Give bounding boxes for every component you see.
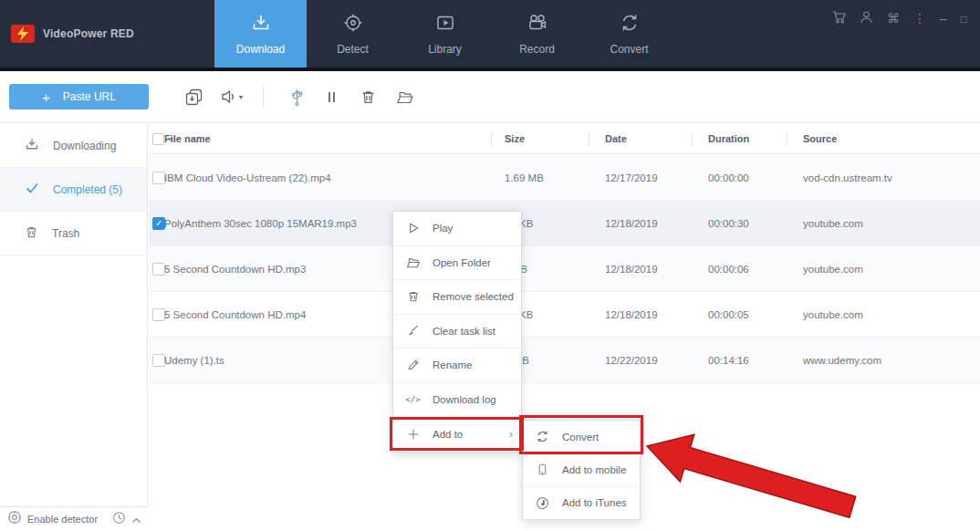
itunes-icon xyxy=(535,496,550,510)
column-file-name[interactable]: File name xyxy=(164,133,211,144)
tab-detect[interactable]: Detect xyxy=(307,0,399,68)
batch-download-icon[interactable] xyxy=(185,88,203,106)
menu-item-remove-selected[interactable]: Remove selected xyxy=(393,280,521,315)
file-source: youtube.com xyxy=(803,218,863,229)
table-row[interactable]: PolyAnthem 30sec 1080p 15MAR19.mp3 49 KB… xyxy=(149,201,980,246)
table-row[interactable]: 5 Second Countdown HD.mp4 78 KB 12/18/20… xyxy=(149,292,980,338)
submenu-item-convert[interactable]: Convert xyxy=(523,421,640,453)
menu-item-play[interactable]: Play xyxy=(393,212,521,246)
trash-icon[interactable] xyxy=(360,89,376,105)
submenu-item-add-to-mobile[interactable]: Add to mobile xyxy=(523,453,640,486)
main-tabs: Download Detect Library xyxy=(214,0,675,68)
tab-label: Detect xyxy=(337,43,369,56)
schedule-clock-icon[interactable] xyxy=(112,511,126,528)
tab-label: Library xyxy=(428,43,462,56)
column-divider xyxy=(589,133,589,146)
menu-item-open-folder[interactable]: Open Folder xyxy=(393,246,521,281)
enable-detector-label: Enable detector xyxy=(27,514,98,525)
tab-label: Download xyxy=(236,43,285,56)
mobile-icon xyxy=(535,463,550,476)
file-name: PolyAnthem 30sec 1080p 15MAR19.mp3 xyxy=(164,218,357,229)
pause-icon[interactable] xyxy=(325,89,339,105)
sidebar-footer: Enable detector xyxy=(0,506,148,531)
paste-url-button[interactable]: Paste URL xyxy=(9,84,149,109)
sidebar-item-downloading[interactable]: Downloading xyxy=(0,124,147,168)
menu-item-label: Add to mobile xyxy=(562,464,626,475)
tab-download[interactable]: Download xyxy=(214,0,307,68)
sidebar-item-completed[interactable]: Completed (5) xyxy=(0,168,147,212)
row-checkbox[interactable] xyxy=(152,217,165,230)
plus-icon xyxy=(42,89,50,105)
cart-icon[interactable] xyxy=(832,10,846,26)
maximize-icon[interactable] xyxy=(961,12,967,25)
row-checkbox[interactable] xyxy=(152,308,165,321)
tab-record[interactable]: Record xyxy=(491,0,583,68)
menu-item-label: Open Folder xyxy=(433,257,491,268)
table-row[interactable]: 5 Second Countdown HD.mp3 4 KB 12/18/201… xyxy=(149,246,980,292)
submenu-arrow-icon xyxy=(509,427,513,441)
app-logo-icon xyxy=(11,25,35,43)
menu-item-label: Rename xyxy=(433,359,472,370)
add-to-submenu: Convert Add to mobile Add to iTunes xyxy=(522,420,641,520)
user-icon[interactable] xyxy=(860,10,873,26)
code-icon xyxy=(405,394,421,404)
menu-item-add-to[interactable]: Add to xyxy=(393,417,521,452)
column-size[interactable]: Size xyxy=(505,133,525,144)
menu-item-label: Download log xyxy=(433,394,496,405)
menu-item-download-log[interactable]: Download log xyxy=(393,383,521,418)
file-name: 5 Second Countdown HD.mp3 xyxy=(164,264,306,275)
minimize-icon[interactable] xyxy=(940,12,947,25)
downloading-icon xyxy=(25,137,39,154)
row-checkbox[interactable] xyxy=(152,263,165,276)
open-folder-icon xyxy=(405,256,421,268)
submenu-item-add-to-itunes[interactable]: Add to iTunes xyxy=(523,487,640,519)
tab-library[interactable]: Library xyxy=(399,0,491,68)
select-all-checkbox[interactable] xyxy=(152,133,164,145)
column-divider xyxy=(692,133,693,146)
column-duration[interactable]: Duration xyxy=(708,133,749,144)
open-folder-icon[interactable] xyxy=(396,89,414,104)
file-date: 12/17/2019 xyxy=(605,172,658,183)
topbar-icon-group xyxy=(832,10,967,26)
play-icon xyxy=(405,222,421,234)
tab-label: Convert xyxy=(610,43,648,56)
menu-item-label: Play xyxy=(433,223,453,234)
file-duration: 00:00:05 xyxy=(708,309,749,320)
convert-icon xyxy=(620,13,640,36)
file-date: 12/22/2019 xyxy=(605,355,658,366)
collapse-chevron-icon[interactable] xyxy=(131,511,141,527)
menu-item-label: Add to xyxy=(433,429,463,440)
toolbar-divider xyxy=(263,86,264,108)
tab-convert[interactable]: Convert xyxy=(583,0,675,68)
column-date[interactable]: Date xyxy=(605,133,627,144)
column-source[interactable]: Source xyxy=(803,133,837,144)
logo-area: VideoPower RED xyxy=(11,0,134,68)
context-menu: Play Open Folder Remove selected xyxy=(392,211,522,453)
app-title: VideoPower RED xyxy=(43,27,134,40)
file-name: 5 Second Countdown HD.mp4 xyxy=(164,309,306,320)
detector-icon[interactable] xyxy=(7,510,22,528)
chevron-down-icon[interactable] xyxy=(239,93,243,101)
completed-check-icon xyxy=(25,181,39,198)
clear-brush-icon xyxy=(405,324,421,338)
file-duration: 00:00:00 xyxy=(708,172,749,183)
menu-item-rename[interactable]: Rename xyxy=(393,349,521,383)
sidebar-item-label: Trash xyxy=(52,227,79,240)
sidebar-item-trash[interactable]: Trash xyxy=(0,212,147,255)
audio-icon[interactable] xyxy=(221,89,243,104)
more-options-icon[interactable] xyxy=(913,12,926,25)
menu-item-label: Clear task list xyxy=(433,326,495,337)
menu-grid-icon[interactable] xyxy=(887,12,900,25)
file-source: youtube.com xyxy=(803,264,863,275)
table-row[interactable]: IBM Cloud Video-Ustream (22).mp4 1.69 MB… xyxy=(149,155,980,201)
library-icon xyxy=(435,13,455,36)
sidebar-item-label: Downloading xyxy=(53,140,116,152)
file-duration: 00:00:06 xyxy=(708,264,749,275)
usb-detector-icon[interactable] xyxy=(289,88,305,106)
menu-item-clear-task-list[interactable]: Clear task list xyxy=(393,315,521,349)
row-checkbox[interactable] xyxy=(152,172,165,184)
file-source: vod-cdn.ustream.tv xyxy=(803,172,892,183)
table-row[interactable]: Udemy (1).ts 2 MB 12/22/2019 00:14:16 ww… xyxy=(149,338,980,383)
trash-icon xyxy=(405,290,421,303)
row-checkbox[interactable] xyxy=(152,354,165,367)
